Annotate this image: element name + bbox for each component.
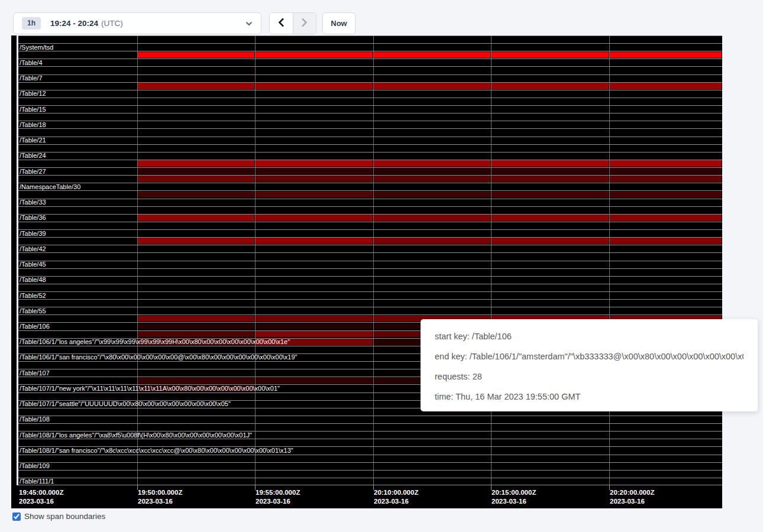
span-boundary-line (18, 478, 722, 478)
span-boundary-line (18, 222, 722, 222)
span-label: /Table/24 (20, 152, 46, 160)
tooltip-time: time: Thu, 16 Mar 2023 19:55:00 GMT (435, 387, 743, 407)
span-label: /Table/39 (20, 229, 46, 237)
heatmap-cell (256, 331, 373, 338)
heatmap-cell (374, 160, 490, 167)
heatmap-cell (256, 176, 373, 182)
span-label: /Table/107 (20, 369, 50, 377)
heatmap-cell (256, 316, 373, 322)
span-boundary-line (18, 105, 722, 106)
heatmap-cell (492, 83, 609, 89)
span-boundary-line (18, 183, 722, 183)
span-label: /Table/106/1/"los angeles"/"\x99\x99\x99… (20, 338, 290, 346)
span-label: /Table/106 (20, 322, 50, 330)
heatmap-cell (492, 192, 609, 198)
span-boundary-line (18, 113, 722, 113)
heatmap-cell (138, 316, 254, 322)
span-label: /Table/48 (20, 276, 46, 284)
span-label: /Table/15 (20, 105, 46, 113)
heatmap-cell (256, 168, 373, 174)
span-boundary-line (18, 252, 722, 253)
heatmap-cell (138, 215, 254, 221)
heatmap-cell (138, 83, 254, 89)
time-range-text: 19:24 - 20:24 (50, 19, 98, 28)
heatmap-cell (374, 238, 490, 244)
key-visualizer-canvas[interactable]: /System/tsd/Table/4/Table/7/Table/12/Tab… (18, 35, 722, 485)
next-interval-button[interactable] (293, 13, 316, 34)
span-label: /NamespaceTable/30 (20, 183, 80, 190)
span-label: /Table/111/1 (20, 478, 54, 485)
heatmap-cell (492, 215, 609, 221)
heatmap-cell (138, 323, 254, 330)
heatmap-cell (138, 176, 254, 182)
heatmap-cell (256, 160, 373, 167)
heatmap-cell (374, 176, 490, 182)
axis-time-label: 19:45:00.000Z2023-03-16 (19, 488, 63, 506)
heatmap-cell (138, 331, 254, 338)
heatmap-cell (610, 215, 722, 221)
timezone-text: (UTC) (101, 19, 123, 28)
span-boundary-line (18, 128, 722, 129)
tooltip-start-key: start key: /Table/106 (435, 326, 743, 346)
heatmap-cell (256, 215, 373, 221)
heatmap-cell (374, 168, 490, 174)
span-boundary-line (18, 59, 722, 59)
duration-badge: 1h (22, 17, 41, 30)
span-label: /Table/45 (20, 261, 46, 268)
span-boundary-line (18, 268, 722, 269)
span-label: /Table/109 (20, 462, 50, 470)
tooltip-requests: requests: 28 (435, 366, 743, 387)
span-label: /Table/21 (20, 137, 46, 144)
heatmap-cell (610, 176, 722, 182)
span-boundary-line (18, 276, 722, 277)
now-button[interactable]: Now (322, 12, 355, 34)
axis-time-label: 20:15:00.000Z2023-03-16 (492, 488, 536, 506)
span-label: /Table/4 (20, 59, 43, 66)
heatmap-cell (610, 238, 722, 244)
heatmap-cell (374, 192, 490, 198)
show-span-boundaries-checkbox[interactable] (12, 512, 21, 521)
span-label: /Table/55 (20, 307, 46, 314)
heatmap-cell (256, 323, 373, 330)
heatmap-cell (492, 52, 609, 59)
span-boundary-line (18, 144, 722, 145)
heatmap-cell (138, 378, 254, 384)
heatmap-cell (138, 52, 254, 59)
chevron-left-icon (278, 18, 284, 29)
chevron-right-icon (301, 18, 308, 29)
footer: Show span boundaries (12, 512, 105, 521)
heatmap-cell (138, 160, 254, 167)
span-label: /Table/7 (20, 74, 43, 82)
heatmap-cell (374, 215, 490, 221)
time-range-selector[interactable]: 1h 19:24 - 20:24 (UTC) (13, 12, 261, 34)
heatmap-cell (610, 160, 722, 167)
heatmap-cell (374, 83, 490, 89)
heatmap-cell (138, 192, 254, 198)
axis-time-label: 19:50:00.000Z2023-03-16 (138, 488, 182, 506)
span-boundary-line (18, 90, 722, 90)
span-boundary-line (18, 470, 722, 471)
heatmap-cell (374, 52, 490, 59)
heatmap-cell (492, 168, 609, 174)
axis-time-label: 20:10:00.000Z2023-03-16 (374, 488, 418, 506)
span-boundary-line (18, 307, 722, 307)
span-boundary-line (18, 137, 722, 137)
span-label: /Table/12 (20, 90, 46, 98)
span-label: /Table/108 (20, 416, 50, 423)
keyspace-left-bar (11, 35, 17, 508)
heatmap-cell (256, 83, 373, 89)
span-tooltip: start key: /Table/106 end key: /Table/10… (421, 319, 758, 411)
heatmap-cell (256, 238, 373, 244)
span-boundary-line (18, 261, 722, 261)
tooltip-end-key: end key: /Table/106/1/"amsterdam"/"\xb33… (435, 346, 743, 366)
span-label: /Table/108/1/"san francisco"/"\x8c\xcc\x… (20, 446, 293, 454)
span-label: /Table/18 (20, 121, 46, 128)
span-boundary-line (18, 284, 722, 284)
prev-interval-button[interactable] (270, 13, 293, 34)
span-boundary-line (18, 43, 722, 44)
span-label: /Table/42 (20, 245, 46, 252)
span-boundary-line (18, 35, 722, 36)
span-label: /Table/36 (20, 214, 46, 222)
span-boundary-line (18, 439, 722, 439)
heatmap-cell (492, 176, 609, 182)
